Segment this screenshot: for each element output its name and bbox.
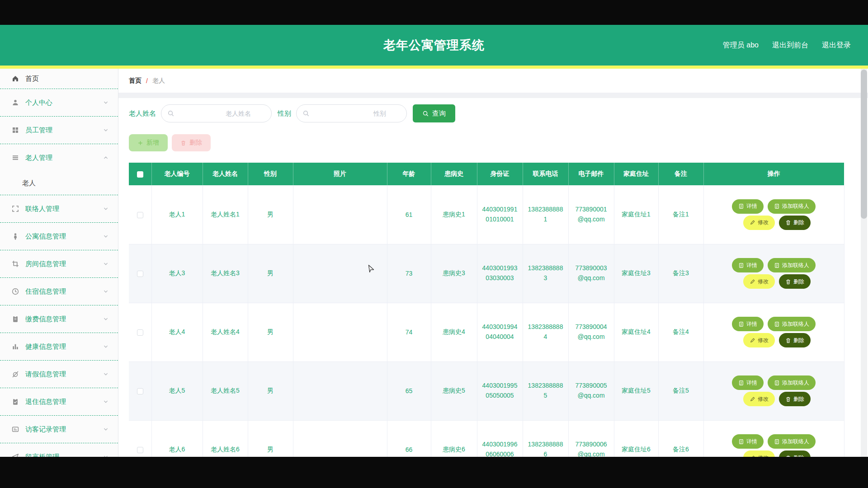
chevron-down-icon [103, 316, 109, 322]
modify-button[interactable]: 修改 [743, 450, 775, 457]
pen-icon [750, 338, 755, 343]
cell-email: 773890003@qq.com [568, 244, 614, 303]
table-row: 老人5 老人姓名5 男 65 患病史5 440300199505050005 1… [129, 361, 844, 420]
sidebar-item-4[interactable]: 联络人管理 [0, 195, 118, 222]
card-icon [11, 425, 19, 433]
row-checkbox[interactable] [137, 329, 143, 336]
sidebar-item-label: 缴费信息管理 [25, 315, 66, 324]
modify-button[interactable]: 修改 [743, 333, 775, 347]
sidebar-item-2[interactable]: 员工管理 [0, 117, 118, 144]
sidebar-item-label: 员工管理 [25, 126, 52, 135]
accent-bar [0, 66, 868, 69]
nav-admin-user[interactable]: 管理员 abo [723, 41, 759, 50]
sidebar-item-10[interactable]: 请假信息管理 [0, 361, 118, 388]
delete-button[interactable]: 删除 [172, 134, 211, 151]
detail-button[interactable]: 详情 [732, 375, 764, 390]
doc-icon [738, 439, 744, 445]
delete-row-button[interactable]: 删除 [779, 450, 811, 457]
column-header-actions: 操作 [703, 163, 844, 185]
row-checkbox[interactable] [137, 212, 143, 218]
delete-row-button[interactable]: 删除 [779, 392, 811, 406]
cell-phone: 13823888884 [523, 303, 568, 361]
nav-exit-to-front[interactable]: 退出到前台 [772, 41, 808, 50]
select-all-checkbox[interactable] [137, 171, 143, 178]
cell-idcard: 440300199303030003 [477, 244, 523, 303]
row-checkbox[interactable] [137, 388, 143, 394]
sidebar-item-12[interactable]: 访客记录管理 [0, 416, 118, 443]
delete-row-button[interactable]: 删除 [779, 274, 811, 289]
modify-button[interactable]: 修改 [743, 392, 775, 406]
row-select-cell [129, 244, 151, 303]
sidebar-item-7[interactable]: 住宿信息管理 [0, 278, 118, 305]
modify-button[interactable]: 修改 [743, 274, 775, 289]
cell-elder-name: 老人姓名3 [203, 244, 248, 303]
doc-icon [774, 321, 780, 327]
modify-button[interactable]: 修改 [743, 216, 775, 230]
user-icon [11, 99, 19, 107]
add-contact-button[interactable]: 添加联络人 [768, 434, 816, 449]
trash-icon [785, 455, 791, 457]
detail-button[interactable]: 详情 [732, 258, 764, 272]
table-row: 老人1 老人姓名1 男 61 患病史1 440300199101010001 1… [129, 185, 844, 244]
row-checkbox[interactable] [137, 447, 143, 453]
detail-button[interactable]: 详情 [732, 199, 764, 214]
sidebar-item-9[interactable]: 健康信息管理 [0, 333, 118, 360]
sidebar-item-0[interactable]: 首页 [0, 69, 118, 89]
chevron-down-icon [103, 233, 109, 239]
cell-photo [293, 361, 387, 420]
cell-gender: 男 [248, 185, 293, 244]
breadcrumb-home[interactable]: 首页 [129, 77, 142, 85]
doc-icon [774, 380, 780, 386]
add-contact-button[interactable]: 添加联络人 [768, 317, 816, 331]
query-button[interactable]: 查询 [413, 104, 455, 122]
chevron-down-icon [103, 127, 109, 133]
list-icon [11, 154, 19, 162]
sidebar-item-label: 健康信息管理 [25, 343, 66, 351]
add-contact-button[interactable]: 添加联络人 [768, 199, 816, 214]
column-header-address: 家庭住址 [614, 163, 658, 185]
add-contact-button[interactable]: 添加联络人 [768, 258, 816, 272]
sidebar-item-label: 住宿信息管理 [25, 287, 66, 296]
trash-icon [785, 396, 791, 402]
cell-email: 773890001@qq.com [568, 185, 614, 244]
app-header: 老年公寓管理系统 管理员 abo 退出到前台 退出登录 [0, 25, 868, 66]
clock-icon [11, 287, 19, 296]
gender-search-input[interactable] [296, 104, 407, 122]
sidebar-subitem[interactable]: 老人 [0, 171, 118, 195]
doc-icon [774, 263, 780, 268]
sidebar-item-1[interactable]: 个人中心 [0, 89, 118, 116]
scrollbar-thumb[interactable] [861, 70, 867, 219]
detail-button[interactable]: 详情 [732, 434, 764, 449]
cell-age: 61 [387, 185, 431, 244]
delete-row-button[interactable]: 删除 [779, 216, 811, 230]
add-button[interactable]: 新增 [129, 134, 168, 151]
cell-age: 73 [387, 244, 431, 303]
sidebar-item-11[interactable]: 退住信息管理 [0, 388, 118, 415]
add-contact-button[interactable]: 添加联络人 [768, 375, 816, 390]
sidebar-item-5[interactable]: 公寓信息管理 [0, 223, 118, 250]
delete-row-button[interactable]: 删除 [779, 333, 811, 347]
cell-actions: 详情 添加联络人 修改 删除 [703, 420, 844, 457]
name-search-input[interactable] [161, 104, 272, 122]
cell-history: 患病史1 [431, 185, 477, 244]
nav-logout[interactable]: 退出登录 [822, 41, 851, 50]
clipboard-icon [11, 315, 19, 323]
doc-icon [738, 321, 744, 327]
cell-remark: 备注5 [658, 361, 703, 420]
cell-elder-id: 老人4 [151, 303, 203, 361]
doc-icon [738, 263, 744, 268]
detail-button[interactable]: 详情 [732, 317, 764, 331]
sidebar-item-13[interactable]: 留言板管理 [0, 443, 118, 457]
breadcrumb-current: 老人 [152, 77, 165, 85]
row-checkbox[interactable] [137, 271, 143, 277]
sidebar-item-3[interactable]: 老人管理 [0, 144, 118, 171]
chevron-down-icon [103, 288, 109, 295]
column-header-email: 电子邮件 [568, 163, 614, 185]
chevron-down-icon [103, 371, 109, 377]
scan-icon [11, 205, 19, 213]
chevron-up-icon [103, 155, 109, 161]
sidebar-item-8[interactable]: 缴费信息管理 [0, 305, 118, 333]
cell-elder-name: 老人姓名1 [203, 185, 248, 244]
sidebar-item-6[interactable]: 房间信息管理 [0, 250, 118, 277]
table-row: 老人4 老人姓名4 男 74 患病史4 440300199404040004 1… [129, 303, 844, 361]
